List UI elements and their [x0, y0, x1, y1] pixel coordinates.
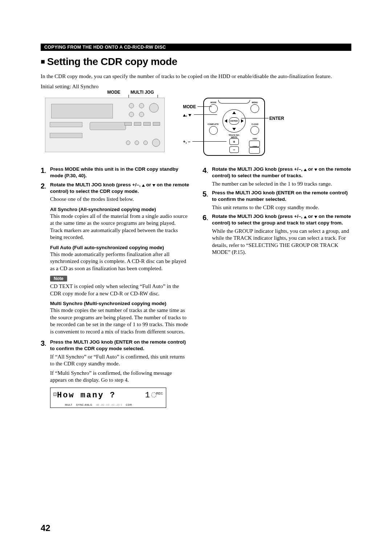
clear-button-icon	[250, 126, 259, 135]
note-block: Note CD TEXT is copied only when selecti…	[50, 272, 189, 297]
callout-arrows: ,	[183, 112, 191, 117]
device-knobs	[129, 103, 159, 117]
section-title: ■Setting the CDR copy mode	[41, 56, 351, 68]
step-6-title: Rotate the MULTI JOG knob (press +/–, or…	[212, 213, 351, 226]
complete-button-icon	[209, 126, 218, 135]
left-column: 1. Press MODE while this unit is in the …	[41, 166, 189, 408]
device-labels: MODE MULTI JOG	[107, 90, 154, 95]
mode-full-auto: Full Auto (Full auto-synchronized copyin…	[50, 245, 189, 272]
mode-all-synchro: All Synchro (All-synchronized copying mo…	[50, 207, 189, 241]
label-multijog: MULTI JOG	[131, 90, 154, 95]
rec-spinner-icon	[151, 392, 156, 397]
step-5: 5. Press the MULTI JOG knob (ENTER on th…	[203, 190, 351, 211]
step-4: 4. Rotate the MULTI JOG knob (press +/–,…	[203, 166, 351, 187]
step-6: 6. Rotate the MULTI JOG knob (press +/–,…	[203, 213, 351, 256]
callout-plusminus: +, –	[183, 139, 190, 144]
mode-multi-synchro: Multi Synchro (Multi-synchronized copyin…	[50, 301, 189, 335]
step-4-title: Rotate the MULTI JOG knob (press +/–, or…	[212, 166, 351, 179]
device-display	[51, 104, 113, 118]
right-column: 4. Rotate the MULTI JOG knob (press +/–,…	[203, 166, 351, 408]
menu-button-icon	[250, 104, 259, 113]
diagrams-row: MODE MULTI JOG MODE	[41, 98, 351, 156]
disc-tray-icon	[90, 122, 126, 130]
cdr-button-icon	[249, 147, 260, 154]
label-mode: MODE	[107, 90, 121, 95]
plus-minus-buttons-icon: + –	[229, 138, 239, 153]
callout-mode: MODE	[183, 104, 196, 109]
source-icon: ◫	[53, 391, 56, 397]
step-2-title: Rotate the MULTI JOG knob (press +/–, or…	[50, 182, 189, 195]
dpad-icon: ENTER	[222, 109, 246, 133]
display-bottom-row: MULT SYNC ANLG dB -80 -60 -40 -20 0 CDR	[65, 404, 162, 406]
section-header-bar: COPYING FROM THE HDD ONTO A CD-R/CD-RW D…	[41, 44, 351, 51]
step-1: 1. Press MODE while this unit is in the …	[41, 166, 189, 179]
remote-diagram: MODE , +, – ENTER MODE MENU ENTER COMPLE…	[183, 98, 285, 156]
device-diagram	[45, 98, 165, 152]
lcd-display: ◫ How many ? 1 REC MULT SYNC ANLG dB -80…	[50, 388, 166, 408]
callout-enter: ENTER	[269, 116, 284, 121]
content-columns: 1. Press MODE while this unit is in the …	[41, 166, 351, 408]
step-3: 3. Press the MULTI JOG knob (ENTER on th…	[41, 339, 189, 384]
step-2: 2. Rotate the MULTI JOG knob (press +/–,…	[41, 182, 189, 203]
initial-setting: Initial setting: All Synchro	[41, 84, 351, 90]
page-number: 42	[41, 523, 50, 533]
mode-button-icon	[209, 104, 218, 113]
intro-paragraph: In the CDR copy mode, you can specify th…	[41, 73, 351, 80]
